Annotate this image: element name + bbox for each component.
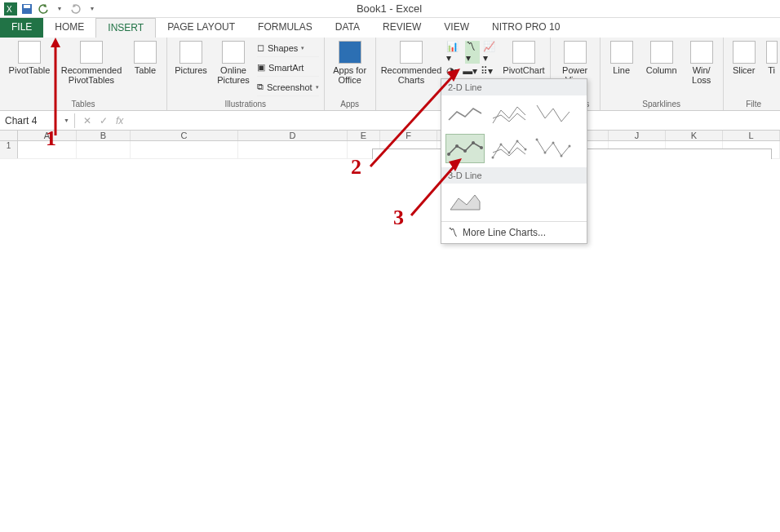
cell[interactable]	[238, 141, 348, 158]
tab-formulas[interactable]: FORMULAS	[246, 18, 324, 38]
redo-icon[interactable]	[69, 2, 83, 16]
col-L[interactable]: L	[723, 131, 780, 140]
svg-point-8	[480, 146, 483, 149]
group-filters: Slicer Ti Filte	[724, 38, 780, 110]
svg-point-5	[455, 144, 459, 148]
cell[interactable]	[77, 141, 131, 158]
tab-review[interactable]: REVIEW	[371, 18, 432, 38]
svg-point-16	[552, 142, 555, 144]
tab-view[interactable]: VIEW	[432, 18, 481, 38]
group-illustrations: Pictures Online Pictures ◻Shapes ▾ ▣Smar…	[167, 38, 325, 110]
group-label-filters: Filte	[729, 100, 779, 109]
chart-scatter-icon[interactable]: ⠿▾	[481, 65, 493, 77]
svg-point-12	[516, 140, 519, 143]
tab-nitro[interactable]: NITRO PRO 10	[481, 18, 571, 38]
tab-pagelayout[interactable]: PAGE LAYOUT	[156, 18, 246, 38]
tab-insert[interactable]: INSERT	[95, 18, 156, 38]
svg-point-13	[525, 149, 527, 151]
line-chart-type-3[interactable]	[534, 100, 572, 128]
svg-point-15	[544, 152, 547, 154]
chart-hbar-icon[interactable]: ▬▾	[463, 65, 477, 77]
excel-icon: X	[3, 2, 18, 16]
svg-point-9	[492, 157, 494, 159]
col-J[interactable]: J	[609, 131, 666, 140]
screenshot-button[interactable]: ⧉Screenshot ▾	[257, 78, 319, 96]
screenshot-icon: ⧉	[257, 82, 264, 92]
col-K[interactable]: K	[666, 131, 723, 140]
group-sparklines: Line Column Win/ Loss Sparklines	[601, 38, 724, 110]
apps-for-office-button[interactable]: Apps for Office	[330, 39, 370, 100]
svg-point-17	[561, 155, 563, 157]
col-F[interactable]: F	[380, 131, 437, 140]
group-label-tables: Tables	[5, 100, 162, 109]
col-E[interactable]: E	[348, 131, 380, 140]
cancel-icon[interactable]: ✕	[83, 115, 91, 126]
col-B[interactable]: B	[77, 131, 131, 140]
fx-icon[interactable]: fx	[116, 115, 123, 126]
timeline-button[interactable]: Ti	[764, 39, 779, 100]
svg-point-18	[569, 145, 571, 148]
recommended-pivottables-button[interactable]: Recommended PivotTables	[59, 39, 124, 100]
col-A[interactable]: A	[18, 131, 77, 140]
column-headers: A B C D E F G H I J K L	[0, 131, 780, 141]
smartart-button[interactable]: ▣SmartArt	[257, 59, 319, 77]
formula-bar: Chart 4▼ ✕ ✓ fx	[0, 111, 780, 131]
group-label-apps: Apps	[330, 100, 370, 109]
svg-point-6	[463, 149, 467, 153]
shapes-icon: ◻	[257, 42, 264, 53]
group-apps: Apps for Office Apps	[325, 38, 376, 110]
tab-file[interactable]: FILE	[0, 18, 43, 38]
cell[interactable]	[18, 141, 77, 158]
svg-point-7	[472, 141, 475, 144]
select-all-corner[interactable]	[0, 131, 18, 140]
row-header[interactable]: 1	[0, 141, 18, 158]
smartart-icon: ▣	[257, 62, 265, 73]
line-chart-type-1[interactable]	[446, 100, 484, 128]
group-tables: PivotTable Recommended PivotTables Table…	[0, 38, 167, 110]
col-D[interactable]: D	[238, 131, 348, 140]
svg-point-4	[447, 153, 450, 156]
tab-data[interactable]: DATA	[324, 18, 371, 38]
svg-point-10	[500, 144, 503, 146]
line-chart-type-6[interactable]	[534, 135, 572, 159]
line-chart-dropdown: 2-D Line 3-D Line 〽More Line Charts...	[441, 78, 587, 159]
sparkline-line-button[interactable]: Line	[605, 39, 638, 100]
line-chart-type-5[interactable]	[490, 135, 528, 159]
chart-bar-icon[interactable]: 📊▾	[446, 41, 462, 64]
dropdown-section-2d: 2-D Line	[441, 79, 587, 95]
window-title: Book1 - Excel	[101, 2, 677, 15]
table-button[interactable]: Table	[129, 39, 162, 100]
group-label-illustrations: Illustrations	[172, 100, 319, 109]
undo-icon[interactable]	[36, 2, 51, 16]
online-pictures-button[interactable]: Online Pictures	[215, 39, 252, 100]
name-box[interactable]: Chart 4▼	[0, 113, 75, 128]
tab-home[interactable]: HOME	[43, 18, 95, 38]
line-chart-type-2[interactable]	[490, 100, 528, 128]
save-icon[interactable]	[20, 2, 34, 16]
titlebar: X ▼ ▼ Book1 - Excel	[0, 0, 780, 18]
undo-dropdown-icon[interactable]: ▼	[52, 2, 67, 16]
redo-dropdown-icon[interactable]: ▼	[85, 2, 100, 16]
recommended-charts-button[interactable]: Recommended Charts	[381, 39, 442, 109]
slicer-button[interactable]: Slicer	[729, 39, 760, 100]
ribbon: PivotTable Recommended PivotTables Table…	[0, 38, 780, 111]
line-chart-type-4-selected[interactable]	[446, 135, 484, 159]
group-label-sparklines: Sparklines	[605, 100, 718, 109]
svg-point-14	[536, 139, 538, 141]
spreadsheet-grid: A B C D E F G H I J K L 1 tle Omzet Prof…	[0, 131, 780, 159]
ribbon-tabs: FILE HOME INSERT PAGE LAYOUT FORMULAS DA…	[0, 18, 780, 38]
enter-icon[interactable]: ✓	[100, 115, 108, 126]
svg-point-11	[508, 152, 511, 154]
sparkline-column-button[interactable]: Column	[643, 39, 680, 100]
chart-pie-icon[interactable]: ◔▾	[446, 65, 459, 77]
col-C[interactable]: C	[131, 131, 238, 140]
chart-stock-icon[interactable]: 📈▾	[483, 41, 499, 64]
sparkline-winloss-button[interactable]: Win/ Loss	[685, 39, 718, 100]
shapes-button[interactable]: ◻Shapes ▾	[257, 39, 319, 57]
shapes-smartart-screenshot: ◻Shapes ▾ ▣SmartArt ⧉Screenshot ▾	[257, 39, 319, 100]
cell[interactable]	[131, 141, 238, 158]
chart-line-icon[interactable]: 〽▾	[465, 41, 480, 64]
pivottable-button[interactable]: PivotTable	[5, 39, 54, 100]
pictures-button[interactable]: Pictures	[172, 39, 210, 100]
svg-text:X: X	[7, 5, 12, 14]
